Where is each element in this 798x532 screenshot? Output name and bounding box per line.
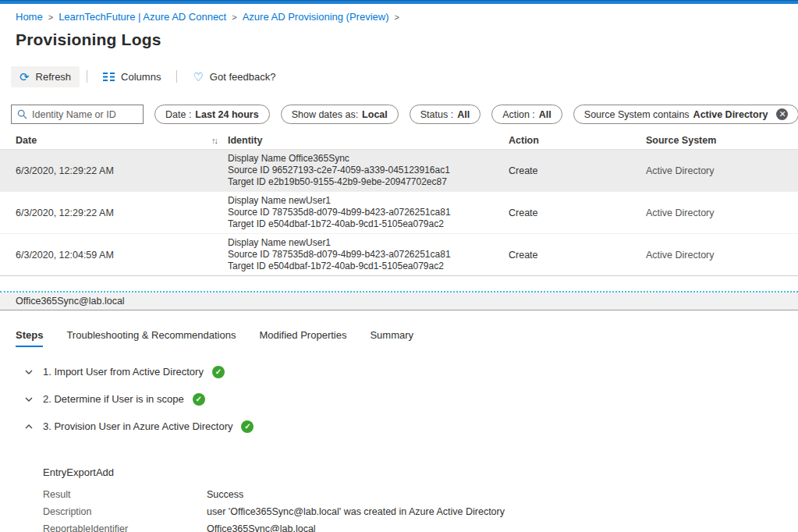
tab-summary[interactable]: Summary: [370, 329, 413, 347]
refresh-button[interactable]: ⟳ Refresh: [11, 66, 80, 87]
step-label: 2. Determine if User is in scope: [43, 393, 184, 405]
detail-value: Office365Sync@lab.local: [207, 523, 798, 532]
detail-value: user 'Office365Sync@lab.local' was creat…: [207, 506, 798, 517]
detail-row-reportable-identifier: ReportableIdentifier Office365Sync@lab.l…: [43, 523, 798, 532]
breadcrumb-separator: >: [395, 12, 399, 22]
columns-button[interactable]: Columns: [94, 66, 169, 87]
detail-panel-header: Office365Sync@lab.local: [0, 293, 798, 310]
heart-icon: ♡: [193, 71, 203, 83]
tab-modified-properties[interactable]: Modified Properties: [259, 329, 346, 347]
detail-label: Result: [43, 489, 207, 500]
cell-source-system: Active Directory: [646, 207, 798, 218]
columns-icon: [103, 72, 115, 82]
toolbar-divider: [87, 70, 87, 83]
table-header-row: Date ↑↓ Identity Action Source System: [0, 132, 798, 150]
identity-target-id: Target ID e504dbaf-1b72-40ab-9cd1-5105ea…: [228, 261, 509, 272]
step-label: 3. Provision User in Azure Active Direct…: [43, 420, 232, 432]
cell-identity: Display Name newUser1 Source ID 787535d8…: [228, 192, 509, 233]
column-header-action[interactable]: Action: [509, 135, 646, 146]
steps-list: 1. Import User from Active Directory ✓ 2…: [23, 364, 798, 434]
filter-bar: Date : Last 24 hours Show dates as: Loca…: [11, 105, 798, 124]
detail-row-result: Result Success: [43, 488, 798, 500]
filter-pill-value: All: [539, 109, 552, 120]
filter-pill-value: Last 24 hours: [195, 109, 258, 120]
step-label: 1. Import User from Active Directory: [43, 366, 204, 378]
cell-action: Create: [509, 165, 646, 176]
filter-pill-label: Action :: [502, 109, 535, 120]
detail-label: Description: [43, 506, 207, 517]
identity-source-id: Source ID 96527193-c2e7-4059-a339-045123…: [228, 165, 509, 176]
refresh-label: Refresh: [36, 71, 72, 83]
toolbar-divider: [176, 70, 177, 83]
detail-panel-title: Office365Sync@lab.local: [16, 296, 125, 307]
remove-filter-icon[interactable]: ✕: [776, 108, 788, 120]
table-row[interactable]: 6/3/2020, 12:29:22 AM Display Name newUs…: [0, 192, 798, 234]
identity-source-id: Source ID 787535d8-d079-4b99-b423-a07262…: [228, 249, 509, 261]
filter-pill-label: Status :: [420, 109, 453, 120]
identity-display-name: Display Name Office365Sync: [228, 153, 509, 165]
filter-pill-value: Active Directory: [693, 109, 768, 120]
table-row[interactable]: 6/3/2020, 12:04:59 AM Display Name newUs…: [0, 234, 798, 276]
page-title: Provisioning Logs: [16, 30, 798, 49]
filter-pill-source-system[interactable]: Source System contains Active Directory …: [573, 105, 798, 124]
success-check-icon: ✓: [193, 393, 205, 406]
search-icon: [17, 109, 27, 119]
filter-pill-date[interactable]: Date : Last 24 hours: [154, 105, 270, 124]
cell-source-system: Active Directory: [646, 250, 798, 261]
detail-label: ReportableIdentifier: [43, 523, 207, 532]
tab-steps[interactable]: Steps: [16, 329, 43, 347]
filter-pill-show-dates-as[interactable]: Show dates as: Local: [281, 105, 399, 124]
success-check-icon: ✓: [212, 366, 225, 378]
cell-identity: Display Name newUser1 Source ID 787535d8…: [228, 234, 509, 275]
identity-target-id: Target ID e2b19b50-9155-42b9-9ebe-209477…: [228, 176, 509, 188]
filter-pill-value: All: [457, 109, 470, 120]
identity-display-name: Display Name newUser1: [228, 195, 509, 207]
top-accent-bar: [0, 0, 798, 4]
breadcrumb-azure-ad-provisioning[interactable]: Azure AD Provisioning (Preview): [243, 11, 389, 23]
columns-label: Columns: [121, 71, 161, 83]
breadcrumb-home[interactable]: Home: [16, 11, 43, 23]
cell-identity: Display Name Office365Sync Source ID 965…: [228, 150, 509, 191]
sort-icon: ↑↓: [211, 136, 217, 145]
cell-action: Create: [509, 250, 646, 261]
identity-search-box: [11, 105, 144, 124]
step-item-3[interactable]: 3. Provision User in Azure Active Direct…: [23, 418, 798, 434]
filter-pill-status[interactable]: Status : All: [410, 105, 481, 124]
column-header-source-system[interactable]: Source System: [646, 135, 798, 146]
chevron-up-icon[interactable]: [23, 422, 34, 431]
identity-search-input[interactable]: [32, 109, 137, 120]
detail-row-description: Description user 'Office365Sync@lab.loca…: [43, 505, 798, 517]
cell-action: Create: [509, 207, 646, 218]
cell-source-system: Active Directory: [646, 165, 798, 176]
cell-date: 6/3/2020, 12:29:22 AM: [16, 207, 228, 218]
identity-display-name: Display Name newUser1: [228, 237, 509, 249]
breadcrumb-separator: >: [48, 12, 53, 22]
refresh-icon: ⟳: [20, 71, 30, 83]
step-detail-section: EntryExportAdd Result Success Descriptio…: [43, 466, 798, 532]
cell-date: 6/3/2020, 12:04:59 AM: [16, 250, 228, 261]
breadcrumb-azure-ad-connect[interactable]: LearnTechFuture | Azure AD Connect: [59, 11, 226, 23]
feedback-button[interactable]: ♡ Got feedback?: [184, 66, 284, 87]
table-row[interactable]: 6/3/2020, 12:29:22 AM Display Name Offic…: [0, 150, 798, 192]
detail-value: Success: [207, 489, 798, 500]
filter-pill-value: Local: [362, 109, 388, 120]
filter-pill-action[interactable]: Action : All: [491, 105, 562, 124]
step-detail-rows: Result Success Description user 'Office3…: [43, 488, 798, 532]
tab-troubleshooting[interactable]: Troubleshooting & Recommendations: [66, 329, 236, 347]
provisioning-logs-table: Date ↑↓ Identity Action Source System 6/…: [0, 132, 798, 276]
step-item-2[interactable]: 2. Determine if User is in scope ✓: [23, 391, 798, 407]
command-bar: ⟳ Refresh Columns ♡ Got feedback?: [11, 65, 798, 88]
chevron-down-icon[interactable]: [23, 367, 34, 377]
column-header-identity[interactable]: Identity: [228, 135, 509, 146]
breadcrumb-separator: >: [232, 12, 236, 22]
cell-date: 6/3/2020, 12:29:22 AM: [16, 165, 228, 176]
success-check-icon: ✓: [241, 420, 254, 433]
column-header-date[interactable]: Date ↑↓: [16, 135, 228, 146]
step-item-1[interactable]: 1. Import User from Active Directory ✓: [23, 364, 798, 380]
filter-pill-label: Show dates as:: [292, 109, 358, 120]
column-header-date-label: Date: [16, 135, 37, 146]
filter-pill-label: Source System contains: [584, 109, 690, 120]
detail-tabs: Steps Troubleshooting & Recommendations …: [16, 329, 798, 347]
chevron-down-icon[interactable]: [23, 395, 34, 404]
identity-target-id: Target ID e504dbaf-1b72-40ab-9cd1-5105ea…: [228, 218, 509, 230]
